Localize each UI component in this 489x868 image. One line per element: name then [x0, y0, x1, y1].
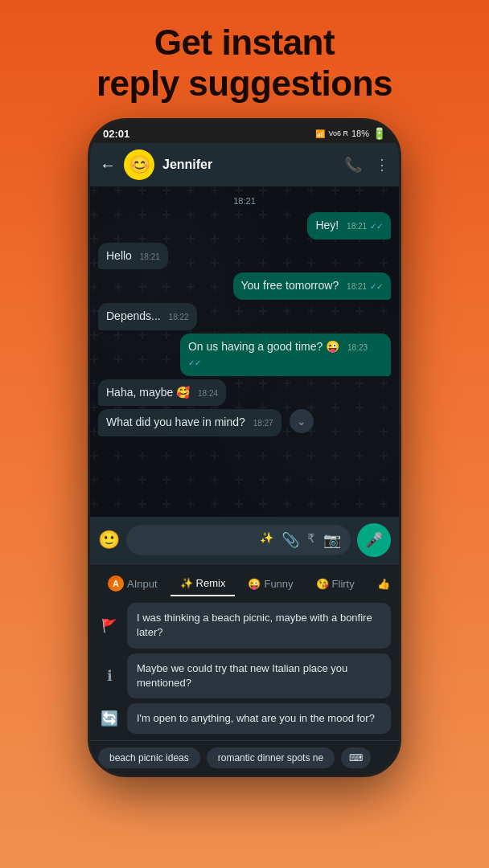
signal-text: Vo6 R [328, 129, 348, 137]
input-bar: 🙂 ✨ 📎 ₹ 📷 🎤 [90, 517, 399, 563]
suggestion-item: ℹ Maybe we could try that new Italian pl… [98, 653, 391, 698]
message-bubble-outgoing: On us having a good time? 😜 18:23 ✓✓ [180, 334, 391, 376]
chat-messages: 18:21 Hey! 18:21 ✓✓ Hello 18:21 [90, 186, 399, 517]
keyboard-icon: ⌨ [349, 752, 363, 764]
message-row: Hello 18:21 [98, 243, 391, 270]
pill-romantic-dinner[interactable]: romantic dinner spots ne [207, 747, 335, 768]
message-bubble-outgoing: Hey! 18:21 ✓✓ [307, 212, 391, 240]
ai-tabs: A AInput ✨ Remix 😜 Funny 😘 [90, 564, 399, 596]
suggestion-flag-icon[interactable]: 🚩 [98, 603, 121, 648]
chat-header-icons: 📞 ⋮ [344, 156, 389, 174]
suggestion-text[interactable]: I'm open to anything, what are you in th… [127, 703, 391, 734]
more-options-icon[interactable]: ⋮ [375, 156, 389, 174]
message-row: What did you have in mind? 18:27 ⌄ [98, 409, 391, 436]
suggestion-text[interactable]: Maybe we could try that new Italian plac… [127, 653, 391, 698]
ai-suggestions-list: 🚩 I was thinking a beach picnic, maybe w… [90, 596, 399, 740]
funny-icon: 😜 [248, 578, 261, 590]
battery-text: 18% [351, 129, 369, 138]
phone-screen: 02:01 📶 Vo6 R 18% 🔋 ← 😊 Jennifer [90, 121, 399, 775]
chat-header: ← 😊 Jennifer 📞 ⋮ [90, 143, 399, 186]
message-bubble-incoming: Hello 18:21 [98, 243, 168, 270]
remix-icon: ✨ [180, 577, 193, 589]
suggestion-item: 🔄 I'm open to anything, what are you in … [98, 703, 391, 734]
message-timestamp-center: 18:21 [98, 196, 391, 206]
input-action-icons: ✨ 📎 ₹ 📷 [260, 531, 341, 549]
message-bubble-outgoing: You free tomorrow? 18:21 ✓✓ [233, 272, 391, 300]
phone-side-button [400, 346, 401, 394]
ai-panel: A AInput ✨ Remix 😜 Funny 😘 [90, 563, 399, 740]
call-icon[interactable]: 📞 [344, 156, 362, 174]
ai-brand-icon: A [108, 575, 124, 592]
message-row: On us having a good time? 😜 18:23 ✓✓ [98, 334, 391, 376]
back-button[interactable]: ← [100, 156, 116, 174]
flirty-icon: 😘 [316, 578, 329, 590]
tab-ainput[interactable]: A AInput [98, 571, 167, 596]
message-row: Depends... 18:22 [98, 303, 391, 330]
suggestion-refresh-icon[interactable]: 🔄 [98, 703, 121, 734]
phone-device: 02:01 📶 Vo6 R 18% 🔋 ← 😊 Jennifer [88, 118, 401, 777]
sparkle-icon[interactable]: ✨ [260, 531, 273, 549]
mic-button[interactable]: 🎤 [357, 523, 391, 557]
bottom-search-pills: beach picnic ideas romantic dinner spots… [90, 740, 399, 775]
page-container: Get instant reply suggestions 02:01 📶 Vo… [0, 0, 489, 777]
message-input-field[interactable]: ✨ 📎 ₹ 📷 [126, 525, 351, 555]
scroll-down-button[interactable]: ⌄ [290, 409, 314, 433]
mic-icon: 🎤 [365, 531, 383, 549]
message-bubble-incoming: Haha, maybe 🥰 18:24 [98, 379, 226, 407]
tab-remix[interactable]: ✨ Remix [171, 571, 236, 596]
emoji-button[interactable]: 🙂 [98, 530, 120, 551]
message-row: Haha, maybe 🥰 18:24 [98, 379, 391, 407]
page-title: Get instant reply suggestions [24, 23, 465, 104]
tab-funny[interactable]: 😜 Funny [238, 571, 302, 596]
status-icons: 📶 Vo6 R 18% 🔋 [315, 127, 386, 140]
suggestion-item: 🚩 I was thinking a beach picnic, maybe w… [98, 603, 391, 648]
message-row: You free tomorrow? 18:21 ✓✓ [98, 272, 391, 300]
contact-name[interactable]: Jennifer [162, 158, 336, 172]
pill-beach-picnic[interactable]: beach picnic ideas [98, 747, 200, 768]
status-time: 02:01 [103, 128, 129, 140]
rupee-icon[interactable]: ₹ [307, 531, 315, 549]
wifi-icon: 📶 [315, 129, 325, 138]
message-row: Hey! 18:21 ✓✓ [98, 212, 391, 240]
phone-wrapper: 02:01 📶 Vo6 R 18% 🔋 ← 😊 Jennifer [0, 118, 489, 777]
camera-icon[interactable]: 📷 [323, 531, 341, 549]
attach-icon[interactable]: 📎 [281, 531, 299, 549]
contact-avatar: 😊 [124, 149, 154, 180]
tab-flirty[interactable]: 😘 Flirty [306, 571, 364, 596]
message-bubble-incoming: What did you have in mind? 18:27 ⌄ [98, 409, 281, 436]
status-bar: 02:01 📶 Vo6 R 18% 🔋 [90, 121, 399, 143]
header-section: Get instant reply suggestions [0, 0, 489, 118]
pill-keyboard[interactable]: ⌨ [341, 747, 371, 768]
tab-more[interactable]: 👍 [368, 571, 399, 596]
suggestion-text[interactable]: I was thinking a beach picnic, maybe wit… [127, 603, 391, 648]
message-bubble-incoming: Depends... 18:22 [98, 303, 197, 330]
battery-icon: 🔋 [372, 127, 386, 140]
suggestion-info-icon[interactable]: ℹ [98, 653, 121, 698]
